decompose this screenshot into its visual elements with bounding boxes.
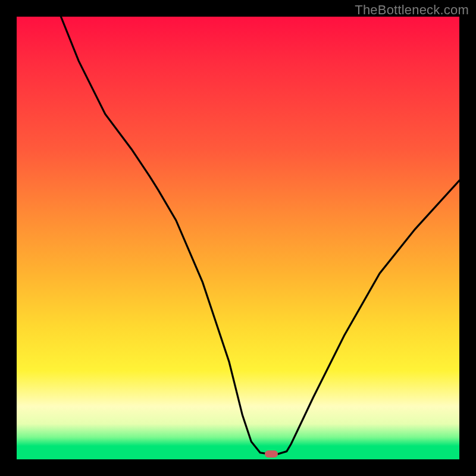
plot-area bbox=[17, 17, 459, 459]
watermark-text: TheBottleneck.com bbox=[355, 2, 469, 18]
bottleneck-curve bbox=[61, 17, 459, 454]
optimal-marker bbox=[265, 450, 278, 458]
curve-svg bbox=[17, 17, 459, 459]
chart-container: TheBottleneck.com bbox=[0, 0, 476, 476]
